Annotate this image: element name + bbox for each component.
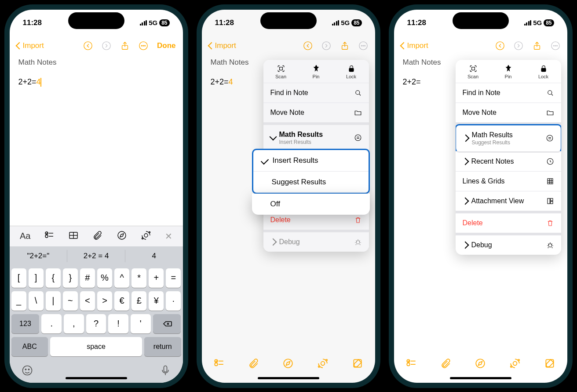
menu-debug[interactable]: Debug <box>456 235 561 255</box>
keyboard-format-bar: Aa ✕ <box>10 226 183 246</box>
key-abc[interactable]: ABC <box>11 337 48 356</box>
menu-pin[interactable]: Pin <box>299 60 334 83</box>
key-return[interactable]: return <box>144 337 181 356</box>
undo-button[interactable] <box>495 41 505 51</box>
key[interactable]: £ <box>131 291 146 311</box>
battery-pill: 85 <box>159 19 169 26</box>
key[interactable]: ¥ <box>149 291 164 311</box>
key[interactable]: . <box>41 314 62 333</box>
close-toolbar-button[interactable]: ✕ <box>165 231 172 242</box>
dictation-button[interactable] <box>159 364 172 378</box>
menu-lock[interactable]: Lock <box>334 60 369 83</box>
key[interactable]: > <box>97 291 112 311</box>
svg-point-18 <box>22 366 32 375</box>
menu-debug[interactable]: Debug <box>263 232 369 252</box>
share-button[interactable] <box>120 41 130 51</box>
key[interactable]: _ <box>11 291 26 311</box>
menu-move[interactable]: Move Note <box>263 103 369 125</box>
svg-point-19 <box>25 369 26 370</box>
key[interactable]: ' <box>131 314 151 333</box>
key[interactable]: [ <box>11 268 26 288</box>
more-button[interactable] <box>139 41 148 51</box>
home-indicator[interactable] <box>258 377 319 379</box>
key[interactable]: ~ <box>63 291 78 311</box>
menu-scan[interactable]: Scan <box>263 60 299 83</box>
ai-button[interactable] <box>509 358 521 371</box>
markup-button[interactable] <box>475 358 486 371</box>
menu-move[interactable]: Move Note <box>456 103 561 125</box>
key[interactable]: ] <box>29 268 44 288</box>
menu-attachment-view[interactable]: Attachment View <box>456 191 561 213</box>
key[interactable]: { <box>46 268 61 288</box>
back-button[interactable]: Import <box>401 41 428 50</box>
menu-pin[interactable]: Pin <box>491 60 526 83</box>
menu-lock[interactable]: Lock <box>526 60 561 83</box>
table-button[interactable] <box>68 230 79 242</box>
menu-delete[interactable]: Delete <box>456 213 561 235</box>
ai-button[interactable] <box>141 230 151 242</box>
submenu-suggest-results[interactable]: Suggest Results <box>253 172 369 193</box>
svg-point-45 <box>496 41 504 49</box>
key[interactable]: , <box>64 314 84 333</box>
share-button[interactable] <box>532 41 542 51</box>
home-indicator[interactable] <box>450 377 511 379</box>
menu-math-results[interactable]: Math ResultsInsert Results <box>263 125 369 151</box>
key[interactable]: | <box>46 291 61 311</box>
key[interactable]: = <box>166 268 181 288</box>
undo-button[interactable] <box>83 41 93 51</box>
svg-point-20 <box>28 369 29 370</box>
key[interactable]: } <box>63 268 78 288</box>
menu-recent-notes[interactable]: Recent Notes <box>456 152 561 172</box>
key[interactable]: ? <box>86 314 106 333</box>
key[interactable]: # <box>80 268 95 288</box>
menu-math-results[interactable]: Math ResultsSuggest Results <box>456 124 561 153</box>
menu-find[interactable]: Find in Note <box>456 83 561 103</box>
home-indicator[interactable] <box>66 377 127 379</box>
ai-button[interactable] <box>317 358 329 371</box>
key[interactable]: ! <box>108 314 128 333</box>
key[interactable]: < <box>80 291 95 311</box>
key[interactable]: \ <box>29 291 44 311</box>
note-content[interactable]: Math Notes 2+2=4 <box>10 58 183 87</box>
attachment-button[interactable] <box>440 358 452 371</box>
done-button[interactable]: Done <box>157 41 176 50</box>
key[interactable]: € <box>114 291 129 311</box>
key-123[interactable]: 123 <box>11 314 40 333</box>
suggestion-3[interactable]: 4 <box>125 250 183 262</box>
iphone-frame-1: 11:28 5G 85 Import Done Math Notes <box>4 4 188 388</box>
key-backspace[interactable] <box>153 314 181 333</box>
more-button[interactable] <box>551 41 560 51</box>
chevron-right-icon <box>461 241 469 249</box>
menu-find[interactable]: Find in Note <box>263 83 369 103</box>
iphone-frame-2: 11:28 5G 85 Import Math Notes 2+2=4 <box>197 4 380 388</box>
key[interactable]: + <box>149 268 164 288</box>
key[interactable]: · <box>166 291 181 311</box>
more-menu: Scan Pin Lock Find in Note Move Note Mat… <box>456 60 561 255</box>
svg-rect-52 <box>471 67 475 70</box>
key[interactable]: % <box>97 268 112 288</box>
key[interactable]: * <box>131 268 146 288</box>
menu-lines-grids[interactable]: Lines & Grids <box>456 172 561 191</box>
suggestion-2[interactable]: 2+2 = 4 <box>67 250 125 262</box>
status-time: 11:28 <box>23 18 42 27</box>
emoji-button[interactable] <box>21 364 33 378</box>
submenu-insert-results[interactable]: Insert Results <box>253 150 369 172</box>
key[interactable]: ^ <box>114 268 129 288</box>
key-space[interactable]: space <box>50 337 142 356</box>
svg-point-31 <box>355 90 359 94</box>
attachment-button[interactable] <box>92 230 103 242</box>
suggestion-1[interactable]: "2+2=" <box>10 250 68 262</box>
attachment-button[interactable] <box>248 358 259 371</box>
menu-scan[interactable]: Scan <box>456 60 491 83</box>
markup-button[interactable] <box>117 230 127 242</box>
back-button[interactable]: Import <box>17 41 44 50</box>
text-format-button[interactable]: Aa <box>20 231 30 241</box>
markup-button[interactable] <box>282 358 294 371</box>
checklist-button[interactable] <box>44 230 55 242</box>
checklist-button[interactable] <box>405 358 417 371</box>
compose-button[interactable] <box>544 358 555 371</box>
submenu-off[interactable]: Off <box>252 194 370 215</box>
compose-button[interactable] <box>352 358 363 371</box>
checklist-button[interactable] <box>213 358 225 371</box>
svg-point-55 <box>547 135 553 141</box>
